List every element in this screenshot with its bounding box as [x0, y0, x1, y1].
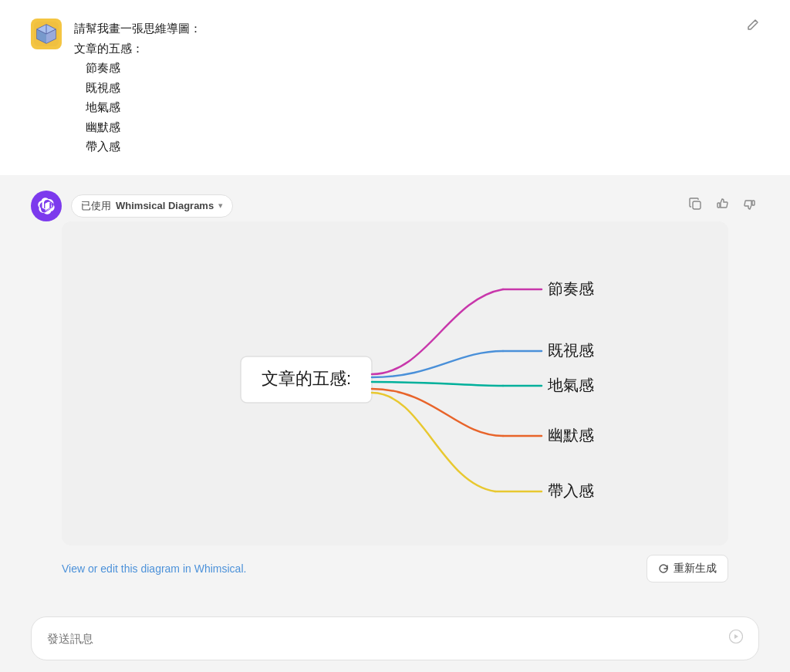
user-line-6: 幽默感 — [74, 117, 759, 137]
thumbs-down-button[interactable] — [740, 194, 759, 217]
ai-avatar — [31, 191, 62, 221]
view-in-whimsical-link[interactable]: View or edit this diagram in Whimsical. — [62, 562, 246, 575]
user-line-7: 帶入感 — [74, 137, 759, 157]
thumbs-up-icon — [716, 198, 729, 211]
edit-icon — [747, 19, 759, 31]
svg-rect-10 — [752, 201, 755, 205]
send-icon — [729, 630, 743, 643]
copy-icon — [689, 198, 702, 211]
edit-message-button[interactable] — [747, 19, 759, 34]
thumbs-down-icon — [743, 198, 756, 211]
user-line-2: 文章的五感： — [74, 39, 759, 59]
svg-text:地氣感: 地氣感 — [547, 377, 594, 393]
mindmap-svg-container: 文章的五感: 節奏感 既視感 地氣感 幽默感 — [77, 237, 713, 530]
svg-rect-8 — [693, 201, 701, 209]
svg-text:既視感: 既視感 — [548, 342, 594, 359]
user-line-3: 節奏感 — [74, 58, 759, 78]
mindmap-area: 文章的五感: 節奏感 既視感 地氣感 幽默感 — [62, 221, 728, 545]
svg-text:帶入感: 帶入感 — [548, 482, 594, 499]
tool-name: Whimsical Diagrams — [116, 200, 214, 211]
user-line-4: 既視感 — [74, 78, 759, 98]
regenerate-button[interactable]: 重新生成 — [647, 555, 728, 583]
chevron-down-icon: ▾ — [218, 201, 223, 211]
message-input[interactable] — [47, 632, 729, 645]
thumbs-up-button[interactable] — [713, 194, 732, 217]
chatgpt-icon — [38, 198, 55, 214]
svg-text:節奏感: 節奏感 — [548, 280, 594, 297]
user-message-block: 請幫我畫一張思維導圖： 文章的五感： 節奏感 既視感 地氣感 幽默感 帶入感 — [0, 0, 790, 175]
user-line-5: 地氣感 — [74, 97, 759, 117]
mindmap-svg: 文章的五感: 節奏感 既視感 地氣感 幽默感 — [194, 237, 596, 530]
svg-text:文章的五感:: 文章的五感: — [262, 369, 351, 388]
user-message-content: 請幫我畫一張思維導圖： 文章的五感： 節奏感 既視感 地氣感 幽默感 帶入感 — [74, 19, 759, 157]
user-avatar-icon — [34, 22, 59, 46]
input-area — [31, 616, 759, 660]
ai-message-actions — [686, 194, 759, 217]
send-button[interactable] — [729, 630, 743, 647]
ai-message-block: 已使用 Whimsical Diagrams ▾ — [0, 175, 790, 604]
svg-text:幽默感: 幽默感 — [548, 427, 594, 444]
user-avatar — [31, 19, 62, 49]
regenerate-label: 重新生成 — [674, 562, 717, 576]
user-line-1: 請幫我畫一張思維導圖： — [74, 19, 759, 39]
tool-pill[interactable]: 已使用 Whimsical Diagrams ▾ — [71, 194, 233, 218]
chat-container: 請幫我畫一張思維導圖： 文章的五感： 節奏感 既視感 地氣感 幽默感 帶入感 — [0, 0, 790, 672]
tool-pill-used-text: 已使用 — [81, 199, 111, 213]
svg-rect-9 — [717, 203, 720, 208]
refresh-icon — [658, 563, 669, 574]
copy-button[interactable] — [686, 194, 705, 217]
footer-area: View or edit this diagram in Whimsical. … — [31, 545, 759, 592]
